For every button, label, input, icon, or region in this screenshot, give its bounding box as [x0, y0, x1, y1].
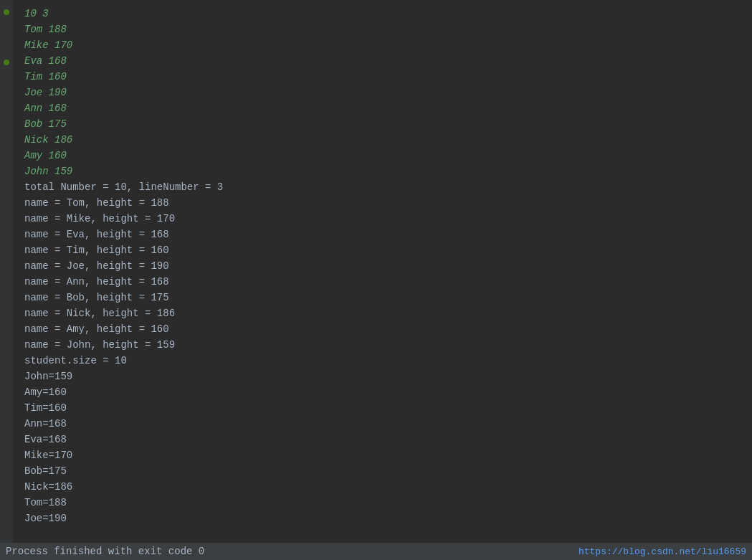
terminal-container: 10 3 Tom 188 Mike 170 Eva 168 Tim 160 Jo… — [0, 0, 752, 560]
gutter-icon-2 — [3, 59, 10, 66]
output-line-white-10: name = Amy, height = 160 — [24, 321, 741, 337]
output-line-white-9: name = Nick, height = 186 — [24, 305, 741, 321]
output-line-green-8: Bob 175 — [24, 116, 741, 132]
output-line-white-21: Tom=188 — [24, 495, 741, 511]
output-line-white-1: total Number = 10, lineNumber = 3 — [24, 179, 741, 195]
output-line-green-10: Amy 160 — [24, 148, 741, 163]
output-line-white-8: name = Bob, height = 175 — [24, 290, 741, 305]
output-line-white-4: name = Eva, height = 168 — [24, 227, 741, 242]
output-line-green-9: Nick 186 — [24, 132, 741, 148]
output-line-white-6: name = Joe, height = 190 — [24, 258, 741, 274]
output-line-green-7: Ann 168 — [24, 100, 741, 116]
svg-point-1 — [4, 60, 9, 65]
output-line-white-14: Amy=160 — [24, 384, 741, 400]
output-line-green-2: Tom 188 — [24, 22, 741, 37]
output-line-white-17: Eva=168 — [24, 432, 741, 447]
output-line-white-19: Bob=175 — [24, 463, 741, 479]
output-line-green-5: Tim 160 — [24, 69, 741, 85]
output-line-white-15: Tim=160 — [24, 400, 741, 416]
output-line-green-6: Joe 190 — [24, 85, 741, 100]
output-line-white-11: name = John, height = 159 — [24, 337, 741, 353]
output-line-white-3: name = Mike, height = 170 — [24, 211, 741, 227]
output-line-white-13: John=159 — [24, 369, 741, 384]
output-line-white-2: name = Tom, height = 188 — [24, 195, 741, 211]
output-line-white-16: Ann=168 — [24, 416, 741, 432]
output-line-green-1: 10 3 — [24, 6, 741, 22]
output-line-white-5: name = Tim, height = 160 — [24, 242, 741, 258]
process-finished-text: Process finished with exit code 0 — [6, 546, 204, 557]
url-text: https://blog.csdn.net/liu16659 — [579, 546, 746, 557]
svg-point-0 — [4, 9, 9, 15]
output-line-white-22: Joe=190 — [24, 511, 741, 526]
bottom-bar: Process finished with exit code 0 https:… — [0, 543, 752, 560]
output-line-green-3: Mike 170 — [24, 37, 741, 53]
output-line-white-7: name = Ann, height = 168 — [24, 274, 741, 290]
gutter-icon-1 — [3, 9, 10, 16]
output-line-green-11: John 159 — [24, 163, 741, 179]
left-gutter — [0, 0, 13, 560]
output-line-green-4: Eva 168 — [24, 53, 741, 69]
output-line-white-18: Mike=170 — [24, 447, 741, 463]
output-line-white-20: Nick=186 — [24, 479, 741, 495]
output-line-white-12: student.size = 10 — [24, 353, 741, 369]
content-area: 10 3 Tom 188 Mike 170 Eva 168 Tim 160 Jo… — [19, 3, 746, 529]
